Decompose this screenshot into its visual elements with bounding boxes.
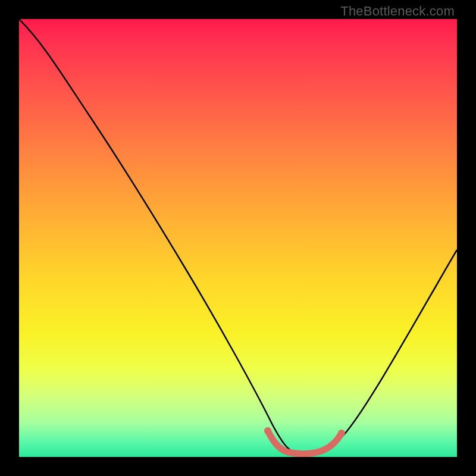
optimal-range-marker bbox=[268, 431, 342, 454]
marker-dot-left bbox=[264, 427, 271, 434]
marker-dot-right bbox=[338, 430, 345, 437]
curve-layer bbox=[19, 19, 457, 457]
watermark-label: TheBottleneck.com bbox=[340, 4, 455, 19]
chart-frame: TheBottleneck.com bbox=[0, 0, 476, 476]
plot-area bbox=[19, 19, 457, 457]
bottleneck-curve bbox=[19, 19, 457, 453]
